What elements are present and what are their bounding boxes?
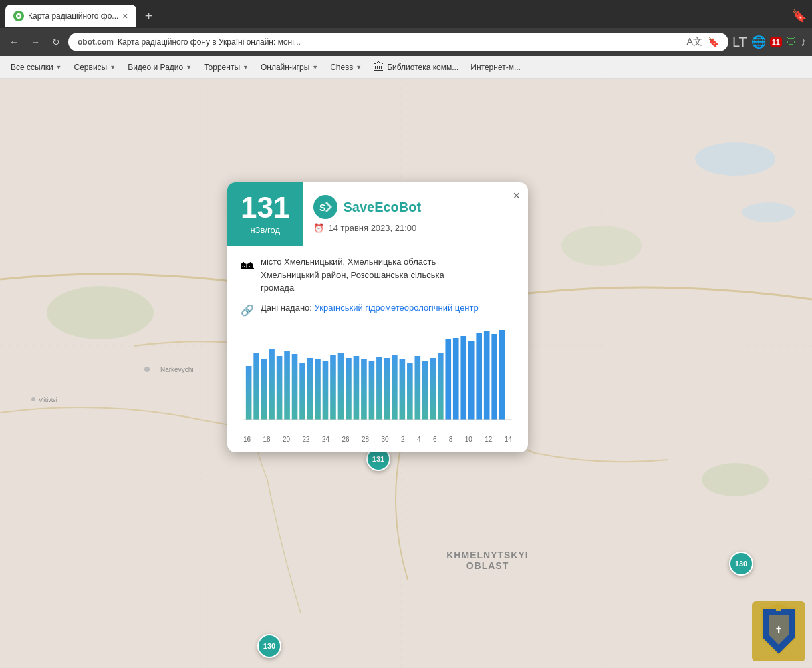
chevron-down-icon: ▼ [356, 64, 362, 71]
location-line1: місто Хмельницький, Хмельницька область [261, 255, 444, 269]
library-icon: 🏛 [374, 61, 384, 73]
marker-130-right[interactable]: 130 [729, 552, 753, 576]
svg-rect-48 [468, 341, 475, 420]
svg-rect-46 [453, 338, 459, 420]
chevron-down-icon: ▼ [243, 64, 249, 71]
new-tab-button[interactable]: + [139, 6, 159, 26]
security-badge[interactable]: 11 [770, 37, 782, 47]
address-field[interactable]: obot.com Карта радіаційного фону в Украї… [68, 33, 728, 51]
chart-label: 24 [322, 436, 329, 443]
timestamp-text: 14 травня 2023, 21:00 [328, 223, 416, 233]
bookmark-icon: 🔖 [792, 9, 807, 23]
bookmark-services[interactable]: Сервисы ▼ [69, 61, 122, 74]
tab-close-button[interactable]: × [122, 11, 128, 21]
forward-button[interactable]: → [27, 34, 44, 50]
bookmark-label: Все ссылки [11, 63, 53, 72]
translate-icon[interactable]: A文 [687, 36, 702, 48]
popup-source: 🔗 Дані надано: Український гідрометеорол… [241, 303, 515, 317]
bookmark-label: Онлайн-игры [261, 63, 309, 72]
clock-icon: ⏰ [313, 223, 324, 233]
bookmark-library[interactable]: 🏛 Библиотека комм... [368, 59, 464, 75]
bookmark-all-links[interactable]: Все ссылки ▼ [5, 61, 67, 74]
radiation-unit: нЗв/год [250, 225, 280, 235]
grammar-icon[interactable]: LT [732, 35, 747, 50]
location-icon: 🏘 [241, 257, 254, 272]
popup-location: 🏘 місто Хмельницький, Хмельницька област… [241, 255, 515, 295]
svg-rect-36 [376, 357, 382, 420]
svg-rect-29 [323, 361, 329, 420]
radiation-popup: 131 нЗв/год S SaveEcoBot ⏰ 14 травня 202… [227, 182, 528, 452]
svg-rect-47 [460, 336, 466, 420]
svg-rect-50 [484, 331, 490, 420]
tab-favicon [13, 11, 24, 21]
marker-value: 130 [263, 642, 275, 650]
svg-rect-41 [415, 356, 421, 420]
chart-label: 12 [485, 436, 492, 443]
bookmark-online-games[interactable]: Онлайн-игры ▼ [255, 61, 323, 74]
bookmark-internet[interactable]: Интернет-м... [465, 61, 526, 74]
chart-label: 10 [465, 436, 472, 443]
radiation-value-box: 131 нЗв/год [227, 182, 303, 246]
svg-rect-22 [269, 349, 275, 420]
svg-point-7 [144, 367, 150, 372]
map-container[interactable]: Narkevychi Viitivtsi KHMELNYTSKYI OBLAST… [0, 79, 812, 668]
svg-rect-51 [491, 334, 497, 420]
svg-rect-45 [445, 339, 451, 420]
popup-close-button[interactable]: × [513, 189, 520, 203]
popup-timestamp: ⏰ 14 травня 2023, 21:00 [313, 223, 517, 233]
shield-icon[interactable]: 🛡 [786, 36, 797, 48]
coat-of-arms: ✝ [752, 601, 805, 661]
address-domain: obot.com [78, 37, 114, 47]
popup-header: 131 нЗв/год S SaveEcoBot ⏰ 14 травня 202… [227, 182, 528, 246]
svg-text:✝: ✝ [775, 625, 783, 635]
location-line3: громада [261, 281, 444, 295]
bookmark-video-radio[interactable]: Видео и Радио ▼ [122, 61, 197, 74]
svg-rect-25 [292, 354, 298, 420]
active-tab[interactable]: Карта радіаційного фо... × [5, 5, 136, 27]
svg-rect-24 [284, 351, 290, 420]
chevron-down-icon: ▼ [56, 64, 62, 71]
radiation-value: 131 [241, 193, 289, 222]
marker-130-bottom[interactable]: 130 [257, 634, 281, 658]
address-icons: A文 🔖 [687, 36, 719, 48]
chart-label: 6 [433, 436, 437, 443]
bookmark-label: Chess [330, 63, 353, 72]
refresh-button[interactable]: ↻ [48, 34, 64, 50]
chart-label: 4 [417, 436, 421, 443]
svg-rect-37 [384, 358, 390, 420]
svg-rect-20 [253, 353, 259, 420]
address-bookmark-icon[interactable]: 🔖 [708, 37, 719, 47]
data-source-icon: 🔗 [241, 304, 254, 317]
svg-rect-19 [246, 366, 252, 420]
chart-label: 30 [382, 436, 389, 443]
svg-rect-21 [261, 359, 267, 420]
bookmark-label: Сервисы [74, 63, 108, 72]
source-link[interactable]: Український гідрометеорологічний центр [315, 303, 479, 313]
svg-rect-23 [277, 356, 283, 420]
bookmark-chess[interactable]: Chess ▼ [325, 61, 367, 74]
svg-rect-40 [407, 363, 413, 420]
popup-title-area: S SaveEcoBot ⏰ 14 травня 2023, 21:00 [303, 182, 528, 246]
svg-point-2 [695, 142, 775, 176]
svg-rect-43 [430, 358, 436, 420]
chart-x-labels: 16 18 20 22 24 26 28 30 2 4 6 8 10 12 14 [241, 433, 515, 443]
bookmark-label: Видео и Радио [128, 63, 183, 72]
svg-rect-32 [346, 358, 352, 420]
svg-rect-27 [307, 358, 313, 420]
svg-rect-26 [299, 363, 305, 420]
popup-logo-text: SaveEcoBot [343, 200, 421, 215]
bookmark-label: Торренты [204, 63, 240, 72]
svg-rect-44 [438, 353, 444, 420]
music-icon[interactable]: ♪ [801, 35, 807, 49]
chevron-down-icon: ▼ [312, 64, 318, 71]
chevron-down-icon: ▼ [186, 64, 192, 71]
svg-rect-30 [330, 355, 336, 420]
lang-icon[interactable]: 🌐 [751, 35, 766, 49]
svg-rect-52 [499, 330, 505, 420]
bookmark-torrents[interactable]: Торренты ▼ [198, 61, 254, 74]
svg-point-9 [31, 397, 35, 401]
bookmarks-bar: Все ссылки ▼ Сервисы ▼ Видео и Радио ▼ Т… [0, 56, 812, 79]
back-button[interactable]: ← [5, 34, 23, 50]
svg-rect-42 [422, 361, 428, 420]
svg-text:Viitivtsi: Viitivtsi [39, 397, 57, 403]
